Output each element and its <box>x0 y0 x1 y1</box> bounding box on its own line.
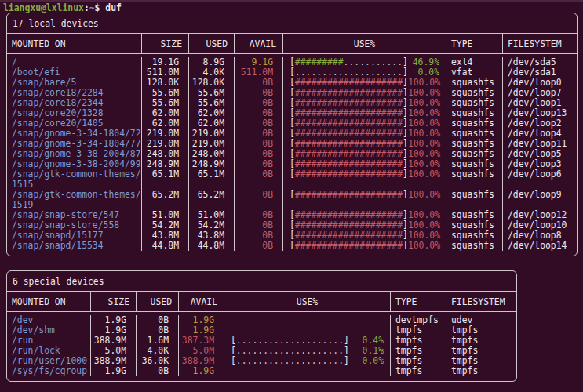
mount-point-cell: /snap/gnome-3-38-2004/87 <box>7 149 142 159</box>
used-cell: 43.8M <box>189 230 235 241</box>
mount-point: /run/lock <box>12 346 90 356</box>
mount-point-cell: /snap/core20/1405 <box>7 118 142 129</box>
avail-cell: 1.9G <box>179 325 224 336</box>
avail-cell: 0B <box>235 108 283 118</box>
type-cell: tmpfs <box>391 325 446 336</box>
avail-cell: 1.9G <box>179 315 224 325</box>
bar-open-bracket: [ <box>290 129 295 139</box>
size-cell: 1.9G <box>91 366 137 376</box>
table-row: /run388.9M1.6M387.3M[...................… <box>7 336 516 346</box>
mount-point: /snap/gnome-3-38-2004/99 <box>12 159 141 169</box>
filesystem-cell: /dev/loop7 <box>503 88 577 98</box>
size-cell: 43.8M <box>142 230 189 241</box>
size-cell: 62.0M <box>142 108 189 118</box>
mount-point-cell: /run <box>7 336 91 346</box>
table-row: /snap/gnome-3-38-2004/87248.0M248.0M0B[#… <box>7 149 577 159</box>
bar-empty: .................... <box>236 346 344 356</box>
bar-close-bracket: ] <box>403 190 408 200</box>
bar-fill: #################### <box>295 118 403 129</box>
table-row: /boot/efi511.0M4.0K511.0M[..............… <box>7 67 577 78</box>
mount-point: / <box>12 57 141 67</box>
column-header: USE% <box>224 292 391 312</box>
mount-point-wrap: 1515 <box>12 180 141 190</box>
usage-percent: 46.9% <box>413 57 439 67</box>
size-cell: 128.0K <box>142 78 189 88</box>
filesystem-cell: /dev/loop1 <box>503 98 577 108</box>
usage-percent: 0.4% <box>363 336 384 346</box>
bar-open-bracket: [ <box>290 230 295 241</box>
mount-point-cell: /dev/shm <box>7 325 91 336</box>
bar-empty: ........... <box>344 57 403 67</box>
bar-empty: .................... <box>236 336 344 346</box>
bar-fill: #################### <box>295 129 403 139</box>
filesystem-cell: /dev/loop11 <box>503 139 577 149</box>
table-row: /snap/core18/228455.6M55.6M0B[##########… <box>7 88 577 98</box>
table-row: /snap/core20/140562.0M62.0M0B[##########… <box>7 118 577 129</box>
size-cell: 248.9M <box>142 159 189 169</box>
bar-close-bracket: ] <box>403 220 408 230</box>
type-cell: tmpfs <box>391 366 446 376</box>
mount-point: /snap/core20/1405 <box>12 118 141 129</box>
bar-fill: #################### <box>295 98 403 108</box>
type-cell: vfat <box>446 67 503 78</box>
filesystem-cell: /dev/loop13 <box>503 108 577 118</box>
bar-fill: ######### <box>295 57 344 67</box>
bar-close-bracket: ] <box>403 67 408 78</box>
mount-point: /snap/snap-store/547 <box>12 210 141 220</box>
used-cell: 51.0M <box>189 210 235 220</box>
mount-point: /sys/fs/cgroup <box>12 366 90 376</box>
mount-point: /snap/snap-store/558 <box>12 220 141 230</box>
usage-percent: 100.0% <box>408 78 440 88</box>
type-cell: squashfs <box>446 108 503 118</box>
used-cell: 1.6M <box>137 336 179 346</box>
avail-cell: 0B <box>235 169 283 190</box>
size-cell: 248.0M <box>142 149 189 159</box>
usage-bar: [####################] <box>290 159 408 169</box>
type-cell: tmpfs <box>391 346 446 356</box>
avail-cell: 387.3M <box>179 336 224 346</box>
usage-percent: 100.0% <box>408 149 440 159</box>
table-body: /dev1.9G0B1.9Gdevtmpfsudev/dev/shm1.9G0B… <box>7 312 516 381</box>
mount-point-cell: / <box>7 57 142 67</box>
used-cell: 4.0K <box>137 346 179 356</box>
column-header: AVAIL <box>179 292 224 312</box>
shell-prompt[interactable]: liangxu@lxlinux:~$ duf <box>3 2 122 13</box>
table-row: /snap/gnome-3-34-1804/77219.0M219.0M0B[#… <box>7 139 577 149</box>
mount-point: /boot/efi <box>12 67 141 78</box>
table-row: /19.1G8.9G9.1G[#########...........]46.9… <box>7 57 577 67</box>
mount-point-cell: /run/user/1000 <box>7 356 91 366</box>
filesystem-cell: /dev/loop9 <box>503 190 577 210</box>
bar-fill: #################### <box>295 78 403 88</box>
used-cell: 219.0M <box>189 139 235 149</box>
bar-close-bracket: ] <box>344 346 349 356</box>
terminal-window: { "colors":{ "background":"#320b25","top… <box>0 0 583 392</box>
usage-bar-cell: [####################]100.0% <box>283 169 446 190</box>
used-cell: 55.6M <box>189 98 235 108</box>
bar-open-bracket: [ <box>290 149 295 159</box>
usage-bar-cell: [####################]100.0% <box>283 88 446 98</box>
filesystem-cell: /dev/loop0 <box>503 78 577 88</box>
bar-close-bracket: ] <box>403 108 408 118</box>
usage-bar-cell: [####################]100.0% <box>283 118 446 129</box>
type-cell: squashfs <box>446 169 503 190</box>
prompt-user-host: liangxu@lxlinux <box>3 2 84 13</box>
mount-point-cell: /snap/bare/5 <box>7 78 142 88</box>
mount-point-cell: /boot/efi <box>7 67 142 78</box>
used-cell: 0B <box>137 315 179 325</box>
mount-point: /snap/core18/2344 <box>12 98 141 108</box>
used-cell: 8.9G <box>189 57 235 67</box>
usage-bar-cell: [####################]100.0% <box>283 129 446 139</box>
bar-close-bracket: ] <box>344 356 349 366</box>
usage-bar-cell <box>224 315 391 325</box>
size-cell: 1.9G <box>91 315 137 325</box>
table-row: /snap/gnome-3-38-2004/99248.9M248.9M0B[#… <box>7 159 577 169</box>
filesystem-cell: tmpfs <box>446 346 516 356</box>
type-cell: squashfs <box>446 98 503 108</box>
type-cell: squashfs <box>446 78 503 88</box>
usage-bar-cell: [....................]0.0% <box>224 356 391 366</box>
bar-open-bracket: [ <box>290 159 295 169</box>
bar-empty: .................... <box>295 67 403 78</box>
usage-bar: [####################] <box>290 139 408 149</box>
bar-close-bracket: ] <box>403 169 408 180</box>
table-row: /run/user/1000388.9M36.0K388.9M[........… <box>7 356 516 366</box>
